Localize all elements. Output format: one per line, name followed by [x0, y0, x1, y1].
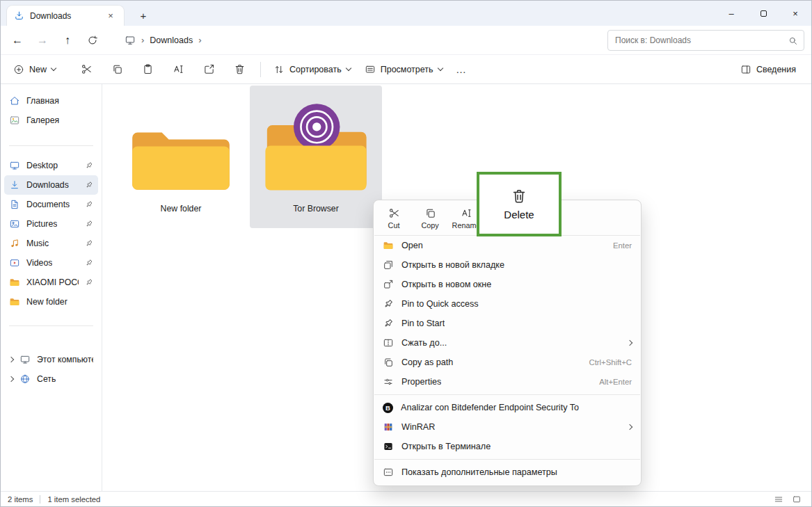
sidebar-item-label: Downloads: [26, 180, 69, 190]
menu-item-properties[interactable]: Properties Alt+Enter: [374, 372, 641, 392]
chevron-right-icon[interactable]: [8, 357, 14, 362]
sidebar-item-label: Pictures: [26, 219, 57, 229]
new-button[interactable]: New: [6, 58, 63, 81]
new-tab-button[interactable]: +: [134, 7, 152, 24]
delete-highlight-box[interactable]: Delete: [477, 172, 562, 236]
sidebar-item-home[interactable]: Главная: [4, 91, 98, 111]
menu-item-open[interactable]: Open Enter: [374, 236, 641, 255]
menu-item-compress[interactable]: Сжать до...: [374, 333, 641, 353]
quick-action-label: Cut: [388, 221, 400, 230]
more-options-button[interactable]: …: [449, 63, 473, 75]
menu-item-open-new-window[interactable]: Открыть в новом окне: [374, 275, 641, 294]
forward-button[interactable]: →: [30, 29, 55, 52]
search-input[interactable]: [615, 35, 783, 45]
sidebar-item-desktop[interactable]: Desktop: [4, 156, 98, 175]
maximize-button[interactable]: [747, 1, 779, 26]
menu-item-label: Открыть в Терминале: [401, 442, 491, 451]
up-button[interactable]: ↑: [55, 29, 80, 52]
menu-item-bitdefender-scan[interactable]: B Analizar con Bitdefender Endpoint Secu…: [374, 398, 641, 417]
desktop-icon: [9, 160, 20, 171]
sidebar-item-documents[interactable]: Documents: [4, 195, 98, 214]
computer-icon: [19, 354, 31, 365]
sidebar-separator: [9, 145, 93, 146]
context-quick-copy[interactable]: Copy: [414, 205, 446, 232]
quick-action-label: Copy: [421, 221, 438, 230]
sidebar-item-music[interactable]: Music: [4, 234, 98, 253]
thumbnail-view-icon[interactable]: [792, 494, 802, 504]
menu-separator: [374, 394, 640, 395]
close-button[interactable]: ×: [779, 1, 811, 26]
menu-item-label: Pin to Quick access: [401, 299, 479, 309]
menu-shortcut: Ctrl+Shift+C: [589, 358, 632, 367]
menu-shortcut: Enter: [613, 241, 632, 250]
menu-item-label: Показать дополнительные параметры: [401, 467, 557, 477]
rename-icon: [461, 207, 472, 219]
rename-button[interactable]: [163, 58, 193, 81]
pin-icon: [85, 259, 93, 267]
sort-button-label: Сортировать: [289, 65, 342, 74]
sort-icon: [273, 64, 285, 75]
sidebar-item-label: Videos: [26, 258, 52, 268]
sidebar-item-videos[interactable]: Videos: [4, 253, 98, 273]
context-quick-cut[interactable]: Cut: [378, 205, 410, 232]
sidebar-item-gallery[interactable]: Галерея: [4, 111, 98, 130]
breadcrumb[interactable]: › Downloads ›: [125, 35, 202, 46]
cut-button[interactable]: [71, 58, 102, 81]
more-options-icon: [383, 467, 394, 478]
copy-button[interactable]: [102, 58, 132, 81]
list-view-icon[interactable]: [774, 494, 783, 504]
chevron-right-icon[interactable]: [8, 376, 14, 382]
maximize-icon: [761, 10, 767, 17]
file-tile-new-folder[interactable]: New folder: [115, 86, 247, 228]
sort-button[interactable]: Сортировать: [266, 58, 358, 81]
bitdefender-icon: B: [383, 403, 393, 413]
menu-item-open-in-terminal[interactable]: Открыть в Терминале: [374, 437, 641, 456]
sidebar-item-new-folder[interactable]: New folder: [4, 292, 98, 312]
breadcrumb-chevron: ›: [198, 35, 201, 45]
tor-browser-folder-icon: [260, 90, 372, 194]
pin-icon: [85, 278, 93, 287]
sidebar-item-xiaomi-poco[interactable]: XIAOMI POCO F: [4, 273, 98, 292]
menu-item-label: Properties: [401, 377, 441, 387]
sidebar-item-this-pc[interactable]: Этот компьютер: [4, 350, 98, 369]
breadcrumb-chevron: ›: [141, 35, 144, 45]
music-icon: [9, 238, 20, 249]
menu-item-pin-to-start[interactable]: Pin to Start: [374, 314, 641, 333]
file-explorer-window: Downloads × + – × ← → ↑ › Downloads › Ne…: [0, 0, 812, 507]
context-menu: Cut Copy Rename Open Enter Открыть в нов…: [373, 200, 642, 486]
toolbar-divider: [260, 62, 261, 77]
tab-downloads[interactable]: Downloads ×: [6, 5, 125, 26]
share-button[interactable]: [193, 58, 224, 81]
file-tile-tor-browser[interactable]: Tor Browser: [250, 86, 382, 228]
sidebar-item-downloads[interactable]: Downloads: [4, 175, 98, 195]
back-button[interactable]: ←: [5, 29, 30, 52]
downloads-icon: [9, 179, 20, 191]
view-button[interactable]: Просмотреть: [358, 58, 449, 81]
tab-close-icon[interactable]: ×: [104, 10, 117, 22]
copy-icon: [424, 207, 436, 219]
menu-item-winrar[interactable]: WinRAR: [374, 417, 641, 437]
search-box[interactable]: [607, 30, 804, 51]
sidebar-item-pictures[interactable]: Pictures: [4, 214, 98, 234]
submenu-chevron-icon: [627, 340, 632, 346]
folder-icon: [9, 296, 20, 307]
menu-item-show-more-options[interactable]: Показать дополнительные параметры: [374, 462, 641, 482]
breadcrumb-item-downloads[interactable]: Downloads: [150, 35, 193, 45]
computer-icon: [125, 35, 136, 46]
titlebar: Downloads × + – ×: [1, 1, 811, 26]
menu-item-open-new-tab[interactable]: Открыть в новой вкладке: [374, 255, 641, 275]
menu-separator: [374, 459, 640, 460]
new-window-icon: [383, 279, 394, 290]
sidebar-item-label: Documents: [26, 200, 70, 209]
minimize-button[interactable]: –: [715, 1, 747, 26]
window-controls: – ×: [715, 1, 811, 26]
sidebar-item-label: Сеть: [37, 374, 56, 384]
menu-item-copy-as-path[interactable]: Copy as path Ctrl+Shift+C: [374, 353, 641, 372]
refresh-button[interactable]: [80, 29, 105, 52]
sidebar-item-network[interactable]: Сеть: [4, 369, 98, 389]
paste-button[interactable]: [132, 58, 163, 81]
view-icon: [365, 64, 376, 75]
menu-item-pin-quick-access[interactable]: Pin to Quick access: [374, 294, 641, 314]
details-pane-button[interactable]: Сведения: [733, 58, 803, 81]
delete-button[interactable]: [224, 58, 255, 81]
